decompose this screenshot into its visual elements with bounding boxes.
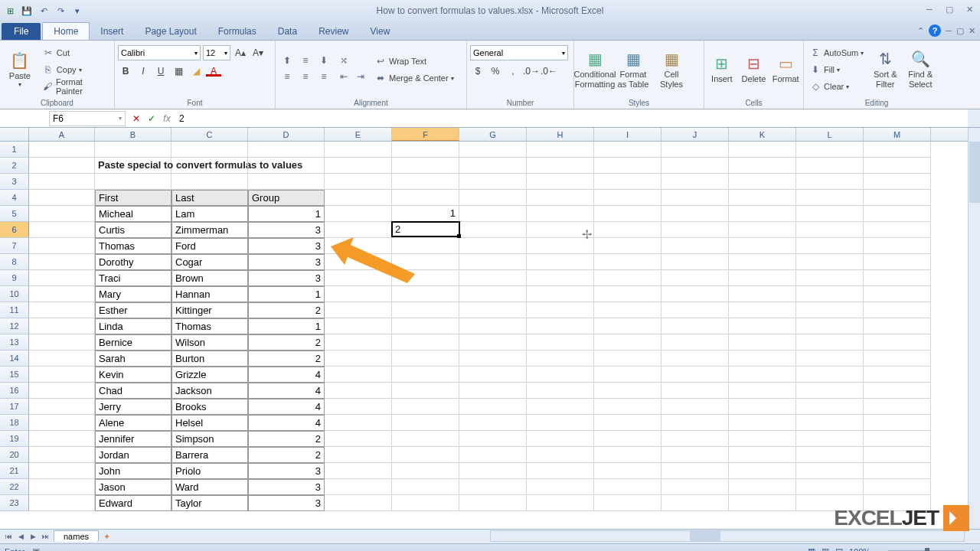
- cell[interactable]: [29, 270, 95, 286]
- cell[interactable]: [527, 479, 594, 495]
- cell[interactable]: [796, 383, 864, 399]
- wb-close-icon[interactable]: ✕: [969, 26, 975, 36]
- cell[interactable]: Burton: [172, 350, 248, 367]
- cell[interactable]: [864, 399, 931, 415]
- cell[interactable]: [29, 399, 95, 415]
- cell[interactable]: Chad: [95, 383, 172, 399]
- cell[interactable]: 3: [248, 238, 325, 254]
- tab-home[interactable]: Home: [42, 22, 90, 40]
- cell[interactable]: [796, 270, 864, 286]
- cut-button[interactable]: ✂Cut: [40, 45, 111, 60]
- cell[interactable]: [325, 383, 392, 399]
- cell[interactable]: [248, 158, 325, 174]
- enter-formula-icon[interactable]: ✓: [144, 113, 159, 124]
- cell[interactable]: [459, 158, 527, 174]
- cell[interactable]: [729, 238, 796, 254]
- cell[interactable]: [796, 318, 864, 334]
- cell[interactable]: [325, 222, 392, 238]
- cell[interactable]: [29, 190, 95, 206]
- column-header[interactable]: H: [527, 128, 594, 141]
- cell[interactable]: [459, 286, 527, 302]
- cell[interactable]: [729, 270, 796, 286]
- cell[interactable]: Cogar: [172, 254, 248, 270]
- cell[interactable]: [594, 174, 662, 190]
- row-header[interactable]: 6: [0, 222, 29, 238]
- cell[interactable]: 3: [248, 254, 325, 270]
- cell[interactable]: [864, 318, 931, 334]
- cell[interactable]: [29, 142, 95, 158]
- cell[interactable]: [527, 206, 594, 222]
- cell[interactable]: [459, 318, 527, 334]
- cell[interactable]: [662, 270, 729, 286]
- cell[interactable]: [729, 286, 796, 302]
- cell[interactable]: [527, 447, 594, 463]
- row-header[interactable]: 3: [0, 174, 29, 190]
- shrink-font-icon[interactable]: A▾: [250, 45, 266, 60]
- cell[interactable]: [392, 334, 459, 350]
- cell[interactable]: [864, 158, 931, 174]
- cell[interactable]: [594, 415, 662, 431]
- format-as-table-button[interactable]: ▦Format as Table: [616, 44, 651, 95]
- cell[interactable]: Dorothy: [95, 254, 172, 270]
- cell-styles-button[interactable]: ▦Cell Styles: [654, 44, 689, 95]
- align-bottom-icon[interactable]: ⬇: [315, 55, 332, 69]
- paste-button[interactable]: 📋 Paste▾: [3, 44, 37, 95]
- row-header[interactable]: 11: [0, 302, 29, 318]
- currency-icon[interactable]: $: [470, 64, 485, 79]
- vertical-scrollbar[interactable]: [968, 128, 980, 529]
- cell[interactable]: [662, 431, 729, 447]
- cell[interactable]: [796, 415, 864, 431]
- cell[interactable]: Priolo: [172, 463, 248, 479]
- row-header[interactable]: 15: [0, 367, 29, 383]
- bold-button[interactable]: B: [118, 64, 133, 79]
- cell[interactable]: [864, 302, 931, 318]
- cell[interactable]: [662, 238, 729, 254]
- cell[interactable]: [594, 238, 662, 254]
- cell[interactable]: [594, 142, 662, 158]
- cell[interactable]: [527, 142, 594, 158]
- cell[interactable]: [594, 254, 662, 270]
- row-header[interactable]: 5: [0, 206, 29, 222]
- cell[interactable]: [29, 415, 95, 431]
- cell[interactable]: 3: [248, 479, 325, 495]
- sheet-tab[interactable]: names: [54, 530, 99, 542]
- grow-font-icon[interactable]: A▴: [233, 45, 248, 60]
- formula-input[interactable]: 2: [175, 113, 968, 124]
- cell[interactable]: 1: [392, 206, 459, 222]
- cell[interactable]: 3: [248, 495, 325, 511]
- cell[interactable]: [325, 206, 392, 222]
- align-center-icon[interactable]: ≡: [297, 71, 314, 85]
- cell[interactable]: [527, 254, 594, 270]
- insert-cells-button[interactable]: ⊞Insert: [707, 44, 737, 95]
- cell[interactable]: [527, 158, 594, 174]
- cell[interactable]: [459, 174, 527, 190]
- cell[interactable]: [796, 206, 864, 222]
- row-header[interactable]: 13: [0, 334, 29, 350]
- column-header[interactable]: A: [29, 128, 95, 141]
- cell[interactable]: [29, 238, 95, 254]
- cell[interactable]: [729, 350, 796, 367]
- cell[interactable]: [662, 350, 729, 367]
- cell[interactable]: [864, 270, 931, 286]
- spreadsheet-grid[interactable]: ABCDEFGHIJKLM 12Paste special to convert…: [0, 128, 980, 529]
- column-header[interactable]: K: [729, 128, 796, 141]
- cell[interactable]: [864, 206, 931, 222]
- cell[interactable]: [459, 463, 527, 479]
- sheet-nav-next-icon[interactable]: ▶: [28, 533, 38, 540]
- cell[interactable]: [459, 415, 527, 431]
- font-name-select[interactable]: Calibri▾: [118, 45, 201, 60]
- cell[interactable]: 1: [248, 206, 325, 222]
- cell[interactable]: [594, 206, 662, 222]
- cell[interactable]: [29, 302, 95, 318]
- cell[interactable]: Curtis: [95, 222, 172, 238]
- cell[interactable]: [172, 142, 248, 158]
- tab-data[interactable]: Data: [267, 23, 308, 40]
- cell[interactable]: [594, 334, 662, 350]
- format-painter-button[interactable]: 🖌Format Painter: [40, 79, 111, 94]
- cell[interactable]: [662, 254, 729, 270]
- cell[interactable]: [29, 479, 95, 495]
- save-icon[interactable]: 💾: [20, 4, 34, 18]
- cell[interactable]: [392, 383, 459, 399]
- cell[interactable]: Helsel: [172, 415, 248, 431]
- column-header[interactable]: E: [325, 128, 392, 141]
